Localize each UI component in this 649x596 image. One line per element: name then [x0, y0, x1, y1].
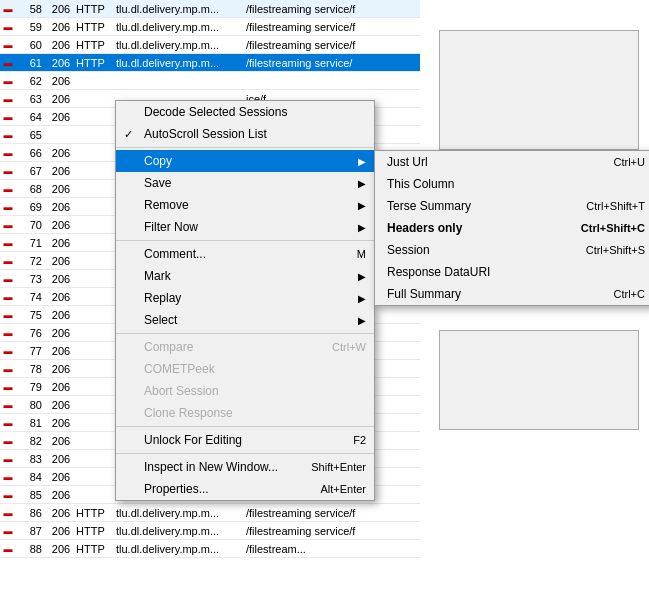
menu-item-label: Filter Now	[144, 220, 198, 234]
col-result: 206	[46, 507, 76, 519]
submenu-shortcut: Ctrl+Shift+S	[566, 244, 645, 256]
col-proto: HTTP	[76, 525, 116, 537]
row-icon: ▬	[0, 220, 16, 230]
col-num: 84	[16, 471, 46, 483]
copy-submenu-item-this-column[interactable]: This Column	[375, 173, 649, 195]
table-row[interactable]: ▬ 88 206 HTTP tlu.dl.delivery.mp.m... /f…	[0, 540, 420, 558]
copy-submenu-item-terse-summary[interactable]: Terse Summary Ctrl+Shift+T	[375, 195, 649, 217]
row-icon: ▬	[0, 346, 16, 356]
col-url: /filestreaming service/f	[246, 3, 420, 15]
menu-item-select[interactable]: Select▶	[116, 309, 374, 331]
col-result: 206	[46, 273, 76, 285]
row-icon: ▬	[0, 58, 16, 68]
copy-submenu-item-headers-only[interactable]: Headers only Ctrl+Shift+C	[375, 217, 649, 239]
col-num: 73	[16, 273, 46, 285]
col-result: 206	[46, 327, 76, 339]
menu-item-label: Unlock For Editing	[144, 433, 242, 447]
copy-submenu: Just Url Ctrl+U This Column Terse Summar…	[374, 150, 649, 306]
menu-item-decode-selected-sessions[interactable]: Decode Selected Sessions	[116, 101, 374, 123]
copy-submenu-item-response-datauri[interactable]: Response DataURI	[375, 261, 649, 283]
menu-separator	[116, 426, 374, 427]
submenu-arrow-icon: ▶	[358, 156, 366, 167]
col-proto: HTTP	[76, 21, 116, 33]
copy-submenu-item-just-url[interactable]: Just Url Ctrl+U	[375, 151, 649, 173]
submenu-arrow-icon: ▶	[358, 293, 366, 304]
col-result: 206	[46, 453, 76, 465]
row-icon: ▬	[0, 148, 16, 158]
menu-shortcut: Alt+Enter	[300, 483, 366, 495]
menu-item-label: Select	[144, 313, 177, 327]
col-num: 83	[16, 453, 46, 465]
row-icon: ▬	[0, 526, 16, 536]
table-row[interactable]: ▬ 87 206 HTTP tlu.dl.delivery.mp.m... /f…	[0, 522, 420, 540]
col-result: 206	[46, 345, 76, 357]
menu-shortcut: F2	[333, 434, 366, 446]
col-result: 206	[46, 219, 76, 231]
menu-separator	[116, 240, 374, 241]
menu-item-label: Inspect in New Window...	[144, 460, 278, 474]
submenu-item-label: Full Summary	[387, 287, 461, 301]
menu-item-mark[interactable]: Mark▶	[116, 265, 374, 287]
menu-item-inspect-in-new-window-[interactable]: Inspect in New Window...Shift+Enter	[116, 456, 374, 478]
copy-submenu-item-session[interactable]: Session Ctrl+Shift+S	[375, 239, 649, 261]
row-icon: ▬	[0, 238, 16, 248]
col-host: tlu.dl.delivery.mp.m...	[116, 507, 246, 519]
col-num: 87	[16, 525, 46, 537]
row-icon: ▬	[0, 436, 16, 446]
row-icon: ▬	[0, 490, 16, 500]
menu-item-copy[interactable]: Copy▶ Just Url Ctrl+U This Column Terse …	[116, 150, 374, 172]
col-url: /filestreaming service/f	[246, 21, 420, 33]
menu-item-comment-[interactable]: Comment...M	[116, 243, 374, 265]
col-proto: HTTP	[76, 57, 116, 69]
col-num: 70	[16, 219, 46, 231]
row-icon: ▬	[0, 76, 16, 86]
row-icon: ▬	[0, 544, 16, 554]
menu-item-remove[interactable]: Remove▶	[116, 194, 374, 216]
copy-submenu-item-full-summary[interactable]: Full Summary Ctrl+C	[375, 283, 649, 305]
table-row[interactable]: ▬ 86 206 HTTP tlu.dl.delivery.mp.m... /f…	[0, 504, 420, 522]
col-num: 74	[16, 291, 46, 303]
col-url: /filestreaming service/f	[246, 507, 420, 519]
submenu-item-label: Terse Summary	[387, 199, 471, 213]
col-num: 64	[16, 111, 46, 123]
menu-item-filter-now[interactable]: Filter Now▶	[116, 216, 374, 238]
submenu-item-label: Session	[387, 243, 430, 257]
col-proto: HTTP	[76, 507, 116, 519]
menu-item-properties-[interactable]: Properties...Alt+Enter	[116, 478, 374, 500]
right-panel-top	[439, 30, 639, 150]
table-row[interactable]: ▬ 62 206	[0, 72, 420, 90]
row-icon: ▬	[0, 112, 16, 122]
row-icon: ▬	[0, 292, 16, 302]
menu-item-save[interactable]: Save▶	[116, 172, 374, 194]
col-result: 206	[46, 183, 76, 195]
col-num: 79	[16, 381, 46, 393]
menu-shortcut: Shift+Enter	[291, 461, 366, 473]
menu-item-label: Clone Response	[144, 406, 233, 420]
menu-item-replay[interactable]: Replay▶	[116, 287, 374, 309]
col-result: 206	[46, 57, 76, 69]
right-panel-bottom	[439, 330, 639, 430]
menu-item-label: AutoScroll Session List	[144, 127, 267, 141]
table-row[interactable]: ▬ 60 206 HTTP tlu.dl.delivery.mp.m... /f…	[0, 36, 420, 54]
col-result: 206	[46, 399, 76, 411]
menu-item-cometpeek: COMETPeek	[116, 358, 374, 380]
menu-shortcut: M	[337, 248, 366, 260]
row-icon: ▬	[0, 400, 16, 410]
table-row[interactable]: ▬ 58 206 HTTP tlu.dl.delivery.mp.m... /f…	[0, 0, 420, 18]
table-row[interactable]: ▬ 59 206 HTTP tlu.dl.delivery.mp.m... /f…	[0, 18, 420, 36]
col-result: 206	[46, 525, 76, 537]
col-result: 206	[46, 201, 76, 213]
col-host: tlu.dl.delivery.mp.m...	[116, 57, 246, 69]
table-row[interactable]: ▬ 61 206 HTTP tlu.dl.delivery.mp.m... /f…	[0, 54, 420, 72]
col-num: 62	[16, 75, 46, 87]
menu-item-label: Abort Session	[144, 384, 219, 398]
menu-item-label: Copy	[144, 154, 172, 168]
menu-item-autoscroll-session-list[interactable]: ✓AutoScroll Session List	[116, 123, 374, 145]
menu-item-abort-session: Abort Session	[116, 380, 374, 402]
col-result: 206	[46, 147, 76, 159]
menu-item-unlock-for-editing[interactable]: Unlock For EditingF2	[116, 429, 374, 451]
col-result: 206	[46, 543, 76, 555]
context-menu: Decode Selected Sessions✓AutoScroll Sess…	[115, 100, 375, 501]
row-icon: ▬	[0, 364, 16, 374]
submenu-item-label: Just Url	[387, 155, 428, 169]
